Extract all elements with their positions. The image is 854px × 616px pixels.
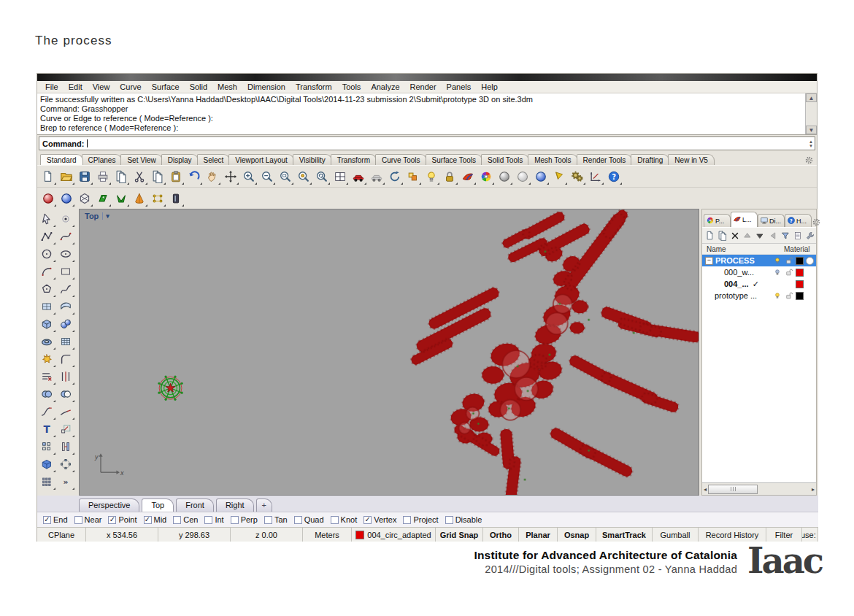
move-up-icon[interactable] xyxy=(742,230,753,242)
layer-lock-icon[interactable] xyxy=(784,291,793,301)
tools-icon[interactable] xyxy=(805,230,816,242)
trim-icon[interactable] xyxy=(37,368,56,385)
torus-icon[interactable] xyxy=(37,333,56,350)
shaded-view-icon[interactable] xyxy=(496,168,513,185)
help-icon[interactable]: ? xyxy=(605,168,623,185)
control-points-icon[interactable] xyxy=(149,190,166,207)
osnap-end[interactable]: ✓End xyxy=(43,515,68,524)
viewport-menu-arrow-icon[interactable]: ▾ xyxy=(102,212,109,220)
status-smarttrack[interactable]: SmartTrack xyxy=(596,528,653,542)
new-layer-icon[interactable] xyxy=(704,230,715,242)
rectangle-icon[interactable] xyxy=(56,263,75,280)
copy-page-icon[interactable] xyxy=(112,168,130,185)
paste-icon[interactable] xyxy=(167,168,185,185)
delete-layer-icon[interactable] xyxy=(729,230,740,242)
toolbar-tab-standard[interactable]: Standard xyxy=(40,154,83,165)
surface-points-icon[interactable] xyxy=(37,298,56,315)
layer-color-swatch[interactable] xyxy=(796,292,804,300)
menu-surface[interactable]: Surface xyxy=(147,82,185,91)
new-file-icon[interactable] xyxy=(39,168,57,185)
menu-curve[interactable]: Curve xyxy=(115,82,146,91)
toolbar-tab-select[interactable]: Select xyxy=(197,154,231,165)
toolbar-tab-render-tools[interactable]: Render Tools xyxy=(577,154,633,165)
layer-row[interactable]: −PROCESS xyxy=(702,255,816,266)
layer-state-icon[interactable] xyxy=(404,168,422,185)
grid-dots-icon[interactable] xyxy=(37,473,56,490)
command-spinner-icon[interactable]: ▲▼ xyxy=(809,137,813,150)
toolbar-tab-surface-tools[interactable]: Surface Tools xyxy=(426,154,482,165)
dark-block-icon[interactable] xyxy=(167,190,185,207)
viewport-title[interactable]: Top xyxy=(85,212,99,220)
osnap-near[interactable]: Near xyxy=(74,515,102,524)
more-icon[interactable]: » xyxy=(56,473,75,490)
status-z-0-00[interactable]: z 0.00 xyxy=(231,528,303,542)
panel-tab-l[interactable]: L... xyxy=(731,212,758,227)
panel-hscrollbar[interactable]: ◂ ▸ xyxy=(702,482,816,495)
filter-icon[interactable] xyxy=(780,230,790,242)
rendered-view-icon[interactable] xyxy=(532,168,550,185)
checkbox-perp[interactable] xyxy=(231,516,239,524)
status-osnap[interactable]: Osnap xyxy=(558,528,596,542)
save-icon[interactable] xyxy=(76,168,93,185)
menu-solid[interactable]: Solid xyxy=(185,82,212,91)
blue-sphere-icon[interactable] xyxy=(58,190,75,207)
gears-icon[interactable] xyxy=(569,168,586,185)
scroll-left-icon[interactable]: ◂ xyxy=(704,486,707,493)
boolean-union-icon[interactable] xyxy=(37,385,56,403)
scroll-up-icon[interactable]: ▲ xyxy=(806,93,817,102)
checkbox-disable[interactable] xyxy=(445,516,453,524)
viewport-label[interactable]: Top ▾ xyxy=(85,212,109,220)
viewport-tab-perspective[interactable]: Perspective xyxy=(79,498,139,512)
array-icon[interactable] xyxy=(37,438,56,455)
layer-material-icon[interactable] xyxy=(806,257,814,265)
toolbar-tab-display[interactable]: Display xyxy=(161,154,199,165)
explode-icon[interactable] xyxy=(37,350,56,368)
panel-gear-icon[interactable] xyxy=(812,217,821,227)
ellipse-icon[interactable] xyxy=(56,245,75,263)
red-sphere-icon[interactable] xyxy=(39,190,57,207)
status-004-circ-adapted[interactable]: 004_circ_adapted xyxy=(352,528,436,542)
status-y-298-63[interactable]: y 298.63 xyxy=(158,528,231,542)
scale-icon[interactable] xyxy=(56,420,75,438)
status-grid-snap[interactable]: Grid Snap xyxy=(436,528,483,542)
report-icon[interactable] xyxy=(793,230,804,242)
move-down-icon[interactable] xyxy=(755,230,766,242)
osnap-point[interactable]: ✓Point xyxy=(108,515,136,524)
surface-curved-icon[interactable] xyxy=(56,298,75,315)
checkbox-near[interactable] xyxy=(74,516,82,524)
undo-icon[interactable] xyxy=(185,168,203,185)
copy-icon[interactable] xyxy=(149,168,166,185)
menu-tools[interactable]: Tools xyxy=(337,82,366,91)
toolbar-tab-drafting[interactable]: Drafting xyxy=(631,154,669,165)
osnap-project[interactable]: Project xyxy=(403,515,438,524)
new-sublayer-icon[interactable] xyxy=(717,230,728,242)
box-icon[interactable] xyxy=(37,315,56,333)
solid-box-icon[interactable] xyxy=(37,455,56,473)
layer-color-swatch[interactable] xyxy=(796,269,804,277)
zoom-window-icon[interactable] xyxy=(277,168,294,185)
car-ghost-icon[interactable] xyxy=(368,168,385,185)
command-input[interactable]: Command: ▲▼ xyxy=(39,136,815,150)
menu-help[interactable]: Help xyxy=(476,82,503,91)
osnap-cen[interactable]: Cen xyxy=(173,515,198,524)
checkbox-tan[interactable] xyxy=(264,516,272,524)
extend-curve-icon[interactable] xyxy=(56,403,75,420)
checkbox-vertex[interactable]: ✓ xyxy=(363,516,372,524)
rotate-view-icon[interactable] xyxy=(386,168,404,185)
panel-tab-h[interactable]: ?H... xyxy=(785,214,812,227)
split-icon[interactable] xyxy=(56,368,75,385)
viewport-layout-icon[interactable] xyxy=(331,168,349,185)
osnap-int[interactable]: Int xyxy=(204,515,223,524)
toolbar-tab-set-view[interactable]: Set View xyxy=(120,154,162,165)
scroll-right-icon[interactable]: ▸ xyxy=(812,486,815,493)
lightbulb-icon[interactable] xyxy=(423,168,440,185)
open-file-icon[interactable] xyxy=(58,168,75,185)
status-gumball[interactable]: Gumball xyxy=(653,528,699,542)
ghosted-view-icon[interactable] xyxy=(514,168,531,185)
polyhedron-icon[interactable] xyxy=(76,190,93,207)
checkbox-int[interactable] xyxy=(204,516,212,524)
checkbox-knot[interactable] xyxy=(331,516,339,524)
layer-row[interactable]: 004_...✓ xyxy=(702,278,816,290)
status-ortho[interactable]: Ortho xyxy=(483,528,519,542)
zoom-dynamic-icon[interactable] xyxy=(258,168,276,185)
